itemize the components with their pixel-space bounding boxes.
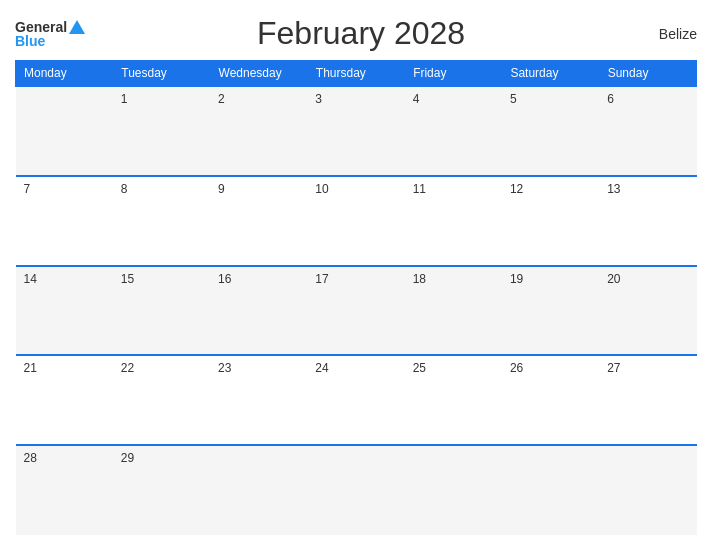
calendar-week-row: 78910111213 xyxy=(16,176,697,266)
day-number: 6 xyxy=(607,92,614,106)
day-number: 1 xyxy=(121,92,128,106)
day-header-thursday: Thursday xyxy=(307,61,404,87)
calendar-cell: 19 xyxy=(502,266,599,356)
calendar-cell: 5 xyxy=(502,86,599,176)
calendar-cell: 26 xyxy=(502,355,599,445)
day-number: 26 xyxy=(510,361,523,375)
calendar-cell xyxy=(16,86,113,176)
calendar-cell: 18 xyxy=(405,266,502,356)
day-number: 4 xyxy=(413,92,420,106)
day-number: 24 xyxy=(315,361,328,375)
day-header-saturday: Saturday xyxy=(502,61,599,87)
day-number: 9 xyxy=(218,182,225,196)
day-number: 8 xyxy=(121,182,128,196)
calendar-cell: 24 xyxy=(307,355,404,445)
calendar-cell xyxy=(210,445,307,535)
day-number: 20 xyxy=(607,272,620,286)
country-label: Belize xyxy=(637,26,697,42)
calendar-cell xyxy=(307,445,404,535)
calendar-cell: 25 xyxy=(405,355,502,445)
day-number: 2 xyxy=(218,92,225,106)
calendar-week-row: 14151617181920 xyxy=(16,266,697,356)
calendar-cell: 3 xyxy=(307,86,404,176)
day-number: 5 xyxy=(510,92,517,106)
day-header-wednesday: Wednesday xyxy=(210,61,307,87)
day-number: 16 xyxy=(218,272,231,286)
calendar-cell: 16 xyxy=(210,266,307,356)
day-header-monday: Monday xyxy=(16,61,113,87)
day-number: 3 xyxy=(315,92,322,106)
calendar-cell: 4 xyxy=(405,86,502,176)
day-number: 12 xyxy=(510,182,523,196)
day-number: 7 xyxy=(24,182,31,196)
calendar-cell: 15 xyxy=(113,266,210,356)
calendar-table: MondayTuesdayWednesdayThursdayFridaySatu… xyxy=(15,60,697,535)
calendar-cell: 1 xyxy=(113,86,210,176)
day-number: 23 xyxy=(218,361,231,375)
day-number: 17 xyxy=(315,272,328,286)
calendar-cell xyxy=(405,445,502,535)
calendar-cell: 17 xyxy=(307,266,404,356)
day-number: 11 xyxy=(413,182,426,196)
calendar-title: February 2028 xyxy=(85,15,637,52)
calendar-header: MondayTuesdayWednesdayThursdayFridaySatu… xyxy=(16,61,697,87)
day-number: 22 xyxy=(121,361,134,375)
logo-triangle-icon xyxy=(69,20,85,34)
day-header-sunday: Sunday xyxy=(599,61,696,87)
day-number: 21 xyxy=(24,361,37,375)
calendar-cell xyxy=(599,445,696,535)
calendar-week-row: 21222324252627 xyxy=(16,355,697,445)
day-number: 19 xyxy=(510,272,523,286)
calendar-week-row: 123456 xyxy=(16,86,697,176)
calendar-cell xyxy=(502,445,599,535)
calendar-body: 1234567891011121314151617181920212223242… xyxy=(16,86,697,535)
calendar-cell: 2 xyxy=(210,86,307,176)
day-number: 27 xyxy=(607,361,620,375)
calendar-cell: 23 xyxy=(210,355,307,445)
day-number: 25 xyxy=(413,361,426,375)
day-number: 13 xyxy=(607,182,620,196)
day-number: 15 xyxy=(121,272,134,286)
calendar-cell: 10 xyxy=(307,176,404,266)
day-number: 28 xyxy=(24,451,37,465)
day-number: 18 xyxy=(413,272,426,286)
calendar-cell: 22 xyxy=(113,355,210,445)
day-header-tuesday: Tuesday xyxy=(113,61,210,87)
day-number: 14 xyxy=(24,272,37,286)
calendar-cell: 27 xyxy=(599,355,696,445)
calendar-cell: 13 xyxy=(599,176,696,266)
day-number: 29 xyxy=(121,451,134,465)
calendar-cell: 21 xyxy=(16,355,113,445)
days-header-row: MondayTuesdayWednesdayThursdayFridaySatu… xyxy=(16,61,697,87)
calendar-cell: 11 xyxy=(405,176,502,266)
calendar-cell: 8 xyxy=(113,176,210,266)
logo-blue-text: Blue xyxy=(15,33,45,49)
calendar-week-row: 2829 xyxy=(16,445,697,535)
calendar-cell: 14 xyxy=(16,266,113,356)
calendar-cell: 29 xyxy=(113,445,210,535)
day-header-friday: Friday xyxy=(405,61,502,87)
calendar-cell: 20 xyxy=(599,266,696,356)
calendar-cell: 6 xyxy=(599,86,696,176)
calendar-cell: 12 xyxy=(502,176,599,266)
calendar-cell: 7 xyxy=(16,176,113,266)
calendar-cell: 28 xyxy=(16,445,113,535)
page-header: General Blue February 2028 Belize xyxy=(15,15,697,52)
calendar-cell: 9 xyxy=(210,176,307,266)
logo: General Blue xyxy=(15,19,85,49)
day-number: 10 xyxy=(315,182,328,196)
